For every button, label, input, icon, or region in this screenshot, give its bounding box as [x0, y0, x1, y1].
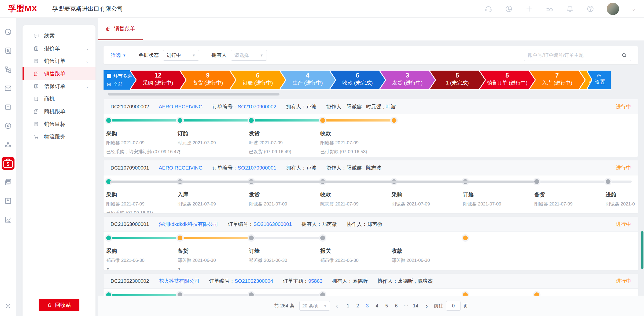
step-owner-date: 郑芮微 2021-06-30 — [249, 257, 319, 263]
pipeline-stage-2[interactable]: 9备货 (进行中) — [180, 70, 236, 90]
expand-step-button[interactable]: ▼ — [106, 267, 113, 270]
expand-step-button[interactable]: ▼ — [178, 149, 184, 153]
rail-item-mail[interactable] — [4, 84, 12, 92]
rail-item-documents[interactable] — [4, 178, 12, 186]
rail-item-knowledge[interactable] — [4, 197, 12, 205]
timeline-dot[interactable] — [106, 292, 111, 296]
customer-link[interactable]: 花火科技有限公司 — [159, 278, 200, 285]
pipeline-stage-1[interactable]: 12采购 (进行中) — [130, 70, 186, 90]
sidebar-item-销售订单[interactable]: 销售订单⌄ — [23, 55, 95, 67]
page-number-4[interactable]: 4 — [373, 301, 381, 311]
rail-item-collaboration[interactable] — [4, 141, 12, 149]
sidebar-item-信保订单[interactable]: $信保订单⌄ — [23, 80, 95, 93]
support-headset-icon[interactable] — [484, 5, 492, 13]
rail-item-sales[interactable]: $ — [2, 157, 14, 170]
pipeline-stage-5[interactable]: 6收款 (未完成) — [329, 70, 386, 90]
filter-toggle[interactable]: 筛选 ▼ — [111, 52, 126, 59]
prev-page-button[interactable]: ‹ — [335, 302, 339, 309]
expand-step-button[interactable]: ▼ — [178, 267, 184, 270]
customer-link[interactable]: AERO RECEIVING — [159, 104, 203, 110]
pipeline-stage-8[interactable]: 5销售订单 (进行中) — [479, 70, 535, 90]
page-number-6[interactable]: 6 — [392, 301, 400, 311]
user-menu-chevron-down-icon[interactable]: ⌄ — [631, 6, 636, 12]
pipeline-stage-4[interactable]: 4生产 (进行中) — [279, 70, 336, 90]
sidebar-item-商机跟单[interactable]: 商机跟单 — [23, 105, 95, 118]
search-input[interactable] — [524, 50, 617, 61]
rail-item-dashboard[interactable] — [4, 28, 12, 36]
brand-logo[interactable]: 孚盟MX — [8, 3, 37, 14]
page-size-select[interactable]: 20 条/页 ▼ — [299, 301, 330, 311]
stage-settings-button[interactable]: 设置 — [587, 70, 611, 90]
page-scrollbar-thumb[interactable] — [641, 231, 643, 269]
pipeline-stage-7[interactable]: 51 (未完成) — [429, 70, 485, 90]
page-number-2[interactable]: 2 — [354, 301, 362, 311]
page-number-3[interactable]: 3 — [363, 301, 371, 311]
owner-label: 拥有人： — [286, 165, 306, 171]
next-page-button[interactable]: › — [425, 302, 429, 309]
pipeline-stage-9[interactable]: 7入库 (进行中) — [529, 70, 585, 90]
timeline-dot[interactable] — [178, 292, 182, 296]
pipeline-stage-3[interactable]: 6订舱 (进行中) — [230, 70, 286, 90]
history-icon[interactable] — [546, 5, 554, 13]
order-no-link[interactable]: SO21070900001 — [238, 165, 276, 171]
timeline-step: 进舱阳诚鑫 2021-0 — [606, 191, 638, 207]
rail-item-contacts[interactable] — [4, 47, 12, 55]
timeline-dot[interactable] — [106, 236, 111, 240]
step-owner-date: 阳诚鑫 2021-07-09 — [178, 201, 248, 207]
order-no-link[interactable]: SO21063000001 — [253, 221, 292, 227]
user-avatar[interactable] — [607, 3, 619, 15]
sidebar-item-线索[interactable]: 线索 — [23, 30, 95, 42]
phone-icon[interactable] — [505, 5, 513, 13]
timeline-dot[interactable] — [178, 118, 182, 123]
timeline-dot[interactable] — [249, 236, 254, 240]
page-ellipsis[interactable]: ⋯ — [402, 301, 410, 311]
page-number-5[interactable]: 5 — [383, 301, 391, 311]
customer-link[interactable]: 深圳kdkdkdk科技有限公司 — [159, 221, 218, 228]
timeline-dot[interactable] — [392, 118, 396, 123]
page-jump-input[interactable] — [446, 301, 461, 311]
customer-link[interactable]: AERO RECEIVING — [159, 165, 203, 171]
pipeline-scrollbar-thumb[interactable] — [108, 93, 279, 95]
sidebar-item-销售跟单[interactable]: 销售跟单 — [23, 67, 95, 80]
notifications-bell-icon[interactable] — [566, 5, 574, 13]
pipeline-stage-6[interactable]: 3发货 (进行中) — [379, 70, 436, 90]
owner-select[interactable]: 请选择 ▼ — [231, 50, 267, 61]
rail-item-products[interactable] — [4, 103, 12, 111]
sidebar-item-物流服务[interactable]: 物流服务 — [23, 130, 95, 143]
sidebar-item-报价单[interactable]: $报价单⌄ — [23, 42, 95, 55]
sidebar-item-销售目标[interactable]: 销售目标 — [23, 118, 95, 130]
timeline-dot[interactable] — [463, 236, 468, 240]
sidebar-item-商机[interactable]: 商机 — [23, 93, 95, 105]
card-scrollbar-thumb[interactable] — [110, 181, 534, 183]
rail-item-settings[interactable] — [4, 302, 12, 310]
page-number-1[interactable]: 1 — [344, 301, 352, 311]
help-icon[interactable] — [586, 5, 594, 13]
order-topic-link[interactable]: 95863 — [308, 278, 322, 284]
search-button[interactable] — [617, 50, 631, 61]
order-no-link[interactable]: SO21070900002 — [238, 104, 276, 109]
timeline-dot[interactable] — [320, 118, 325, 123]
timeline-dot[interactable] — [320, 292, 325, 296]
timeline-dot[interactable] — [463, 292, 468, 296]
rail-item-marketing[interactable] — [4, 122, 12, 130]
tab-sales-tracking[interactable]: 销售跟单 — [98, 18, 143, 40]
chevron-down-icon: ⌄ — [86, 46, 89, 51]
order-no-link[interactable]: SO21062300004 — [235, 278, 273, 284]
create-plus-icon[interactable] — [525, 5, 533, 13]
stage-label: 1 (未完成) — [429, 79, 485, 86]
stage-count: 3 — [379, 70, 436, 79]
multi-select-checkbox[interactable] — [107, 74, 111, 78]
timeline-dot[interactable] — [106, 118, 111, 123]
timeline-dot[interactable] — [249, 118, 254, 123]
timeline-dot[interactable] — [534, 292, 539, 296]
timeline-dot[interactable] — [320, 236, 325, 240]
copy-doc-icon — [33, 109, 39, 115]
rail-item-workflow[interactable] — [4, 65, 12, 74]
status-select[interactable]: 进行中 ▼ — [163, 50, 199, 61]
timeline-dot[interactable] — [249, 292, 254, 296]
timeline-dot[interactable] — [178, 236, 182, 240]
page-number-14[interactable]: 14 — [412, 301, 420, 311]
recycle-bin-button[interactable]: 回收站 — [39, 299, 79, 311]
rail-item-reports[interactable] — [4, 216, 12, 224]
stage-count: 7 — [529, 70, 585, 79]
